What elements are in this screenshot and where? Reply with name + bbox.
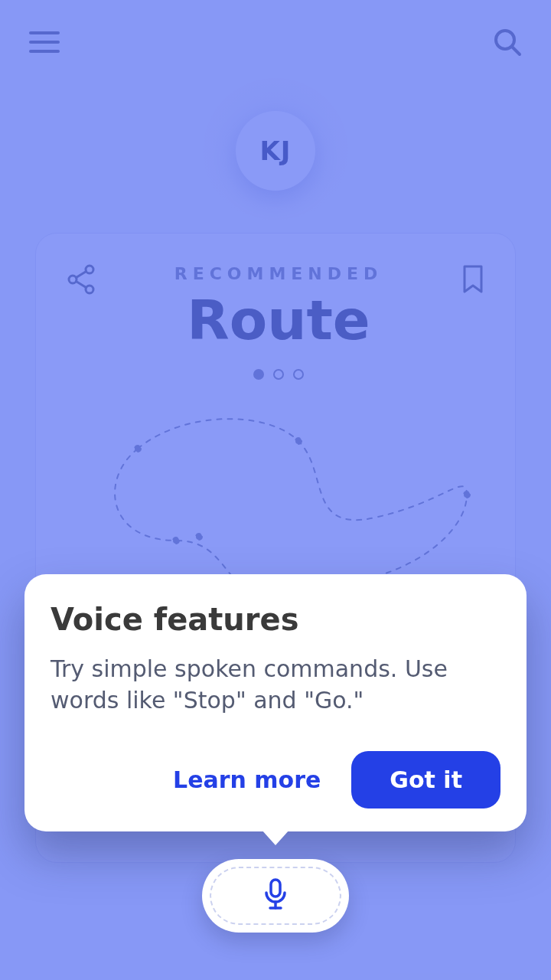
learn-more-button[interactable]: Learn more	[173, 766, 321, 793]
svg-rect-15	[271, 880, 280, 897]
voice-mic-button[interactable]	[202, 859, 349, 933]
voice-features-popover: Voice features Try simple spoken command…	[24, 574, 527, 831]
popover-body: Try simple spoken commands. Use words li…	[51, 654, 500, 716]
mic-icon	[262, 877, 289, 914]
popover-actions: Learn more Got it	[51, 751, 500, 808]
popover-title: Voice features	[51, 602, 500, 637]
got-it-button[interactable]: Got it	[351, 751, 500, 808]
